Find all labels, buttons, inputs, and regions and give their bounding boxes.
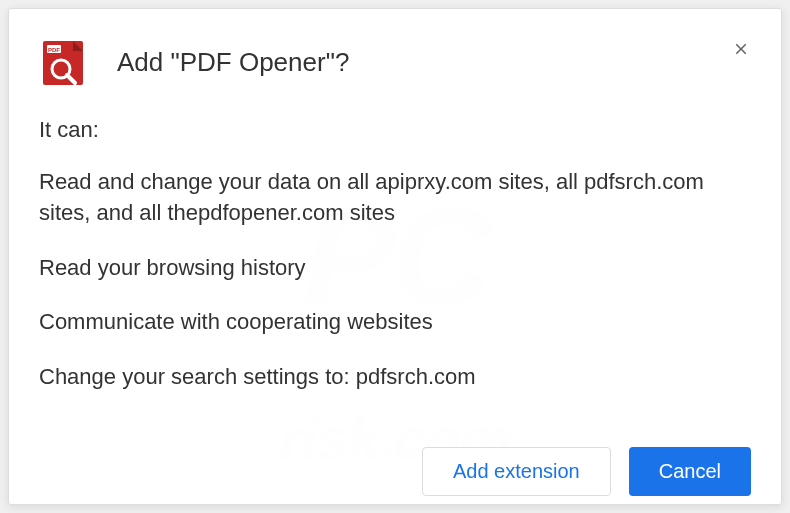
svg-text:PDF: PDF bbox=[48, 47, 60, 53]
cancel-button[interactable]: Cancel bbox=[629, 447, 751, 496]
dialog-title: Add "PDF Opener"? bbox=[117, 47, 349, 78]
permission-item: Read your browsing history bbox=[39, 253, 751, 284]
extension-install-dialog: PDF Add "PDF Opener"? It can: Read and c… bbox=[8, 8, 782, 505]
add-extension-button[interactable]: Add extension bbox=[422, 447, 611, 496]
close-button[interactable] bbox=[729, 37, 753, 61]
permission-item: Change your search settings to: pdfsrch.… bbox=[39, 362, 751, 393]
dialog-body: It can: Read and change your data on all… bbox=[9, 97, 781, 447]
pdf-opener-icon: PDF bbox=[39, 39, 87, 87]
dialog-header: PDF Add "PDF Opener"? bbox=[9, 9, 781, 97]
permission-item: Read and change your data on all apiprxy… bbox=[39, 167, 751, 229]
permission-intro: It can: bbox=[39, 117, 751, 143]
dialog-footer: Add extension Cancel bbox=[9, 447, 781, 513]
permission-item: Communicate with cooperating websites bbox=[39, 307, 751, 338]
close-icon bbox=[732, 40, 750, 58]
